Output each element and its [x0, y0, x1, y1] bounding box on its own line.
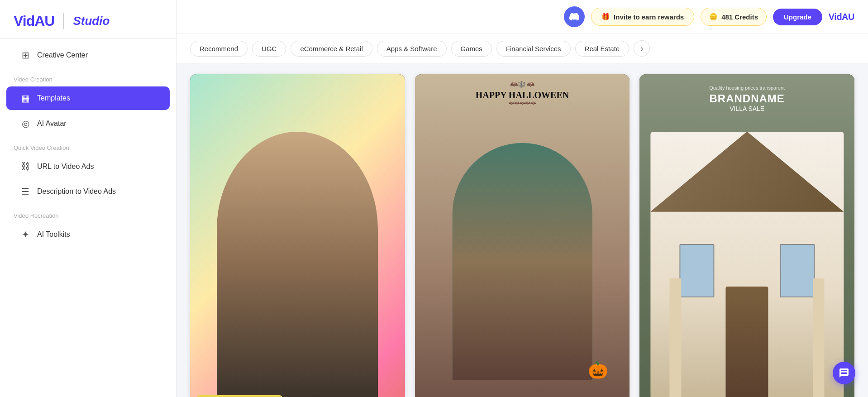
- video-card-halloween[interactable]: 🦇🕸️ 🦇 HAPPY HALLOWEEN 🦇🦇🦇🦇🦇 🎃 Why Why se…: [415, 74, 630, 397]
- grid-icon: ⊞: [20, 50, 31, 61]
- filter-bar: Recommend UGC eCommerce & Retail Apps & …: [176, 34, 868, 63]
- invite-button[interactable]: 🎁 Invite to earn rewards: [591, 8, 694, 26]
- filter-tab-realestate[interactable]: Real Estate: [575, 41, 630, 57]
- sidebar-item-ai-toolkits[interactable]: ✦ AI Toolkits: [6, 223, 170, 246]
- video-grid: BLACK FRIDAY Big price cuts in electroni…: [176, 63, 868, 397]
- house-window-right: [780, 244, 815, 297]
- sidebar-item-templates[interactable]: ▦ Templates: [6, 86, 170, 110]
- house-window-left: [679, 244, 714, 297]
- ai-avatar-label: AI Avatar: [37, 120, 67, 128]
- logo-text: VidAU: [14, 13, 54, 29]
- templates-icon: ▦: [20, 93, 31, 104]
- house-illustration: [650, 132, 844, 397]
- halloween-title: HAPPY HALLOWEEN: [421, 90, 624, 100]
- logo-divider: [63, 13, 64, 29]
- invite-label: Invite to earn rewards: [614, 13, 684, 21]
- description-icon: ☰: [20, 186, 31, 197]
- filter-tab-recommend[interactable]: Recommend: [190, 41, 248, 57]
- filter-tab-ecommerce[interactable]: eCommerce & Retail: [291, 41, 372, 57]
- house-door: [726, 287, 768, 397]
- section-label-video-recreation: Video Recreation: [0, 204, 176, 222]
- vidau-logo-small: VidAU: [829, 12, 854, 22]
- section-label-video-creation: Video Creation: [0, 68, 176, 86]
- sidebar: VidAU Studio ⊞ Creative Center Video Cre…: [0, 0, 176, 397]
- card-3-text: Quality housing prices transparent Brand…: [639, 85, 854, 112]
- filter-tab-ugc[interactable]: UGC: [252, 41, 286, 57]
- credits-label: 481 Credits: [721, 13, 758, 21]
- main-content: 🎁 Invite to earn rewards 🪙 481 Credits U…: [176, 0, 868, 397]
- sidebar-item-desc-to-video[interactable]: ☰ Description to Video Ads: [6, 180, 170, 203]
- sidebar-item-creative-center[interactable]: ⊞ Creative Center: [6, 43, 170, 67]
- url-to-video-label: URL to Video Ads: [37, 163, 94, 171]
- card-2-arch: [453, 143, 592, 380]
- filter-tab-apps[interactable]: Apps & Software: [377, 41, 447, 57]
- studio-text: Studio: [73, 14, 110, 28]
- sidebar-item-ai-avatar[interactable]: ◎ AI Avatar: [6, 112, 170, 135]
- upgrade-button[interactable]: Upgrade: [773, 9, 822, 25]
- column-1: [670, 278, 682, 397]
- halloween-header: 🦇🕸️ 🦇 HAPPY HALLOWEEN 🦇🦇🦇🦇🦇: [415, 74, 630, 112]
- ai-toolkits-label: AI Toolkits: [37, 230, 70, 239]
- credits-icon: 🪙: [709, 13, 718, 21]
- credits-button[interactable]: 🪙 481 Credits: [701, 8, 767, 26]
- creative-center-label: Creative Center: [37, 51, 88, 59]
- column-2: [813, 278, 825, 397]
- video-card-realestate[interactable]: Quality housing prices transparent Brand…: [639, 74, 854, 397]
- black-friday-box: BLACK FRIDAY: [196, 395, 283, 397]
- house-roof: [650, 132, 844, 212]
- link-icon: ⛓: [20, 161, 31, 172]
- quality-text: Quality housing prices transparent: [639, 85, 854, 91]
- section-label-quick-video: Quick Video Creation: [0, 136, 176, 154]
- desc-to-video-label: Description to Video Ads: [37, 187, 116, 196]
- header-right: 🎁 Invite to earn rewards 🪙 481 Credits U…: [564, 6, 854, 27]
- filter-tab-financial[interactable]: Financial Services: [496, 41, 571, 57]
- filter-tab-games[interactable]: Games: [451, 41, 492, 57]
- templates-label: Templates: [37, 94, 70, 102]
- sidebar-logo: VidAU Studio: [0, 0, 176, 39]
- chat-bubble-button[interactable]: [833, 362, 855, 384]
- pumpkin-icon: 🎃: [588, 361, 608, 380]
- invite-icon: 🎁: [601, 13, 610, 21]
- discord-button[interactable]: [564, 6, 585, 27]
- person-silhouette: [217, 132, 378, 397]
- sidebar-item-url-to-video[interactable]: ⛓ URL to Video Ads: [6, 155, 170, 178]
- brandname-text: Brandname: [639, 92, 854, 105]
- villa-text: VILLA SALE: [639, 105, 854, 112]
- toolkits-icon: ✦: [20, 229, 31, 240]
- avatar-icon: ◎: [20, 118, 31, 129]
- video-card-black-friday[interactable]: BLACK FRIDAY Big price cuts in electroni…: [190, 74, 405, 397]
- scroll-next-button[interactable]: ›: [634, 40, 650, 57]
- header: 🎁 Invite to earn rewards 🪙 481 Credits U…: [176, 0, 868, 34]
